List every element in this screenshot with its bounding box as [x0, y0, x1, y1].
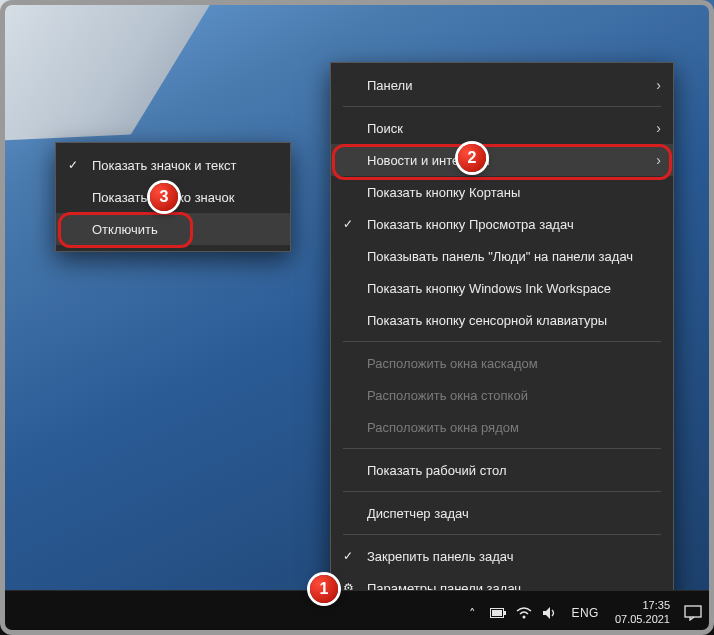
menu-news-interests[interactable]: Новости и интересы › — [331, 144, 673, 176]
bubble-number: 2 — [468, 149, 477, 167]
volume-icon[interactable] — [541, 607, 559, 619]
menu-search[interactable]: Поиск › — [331, 112, 673, 144]
menu-side-by-side: Расположить окна рядом — [331, 411, 673, 443]
chevron-right-icon: › — [656, 152, 661, 168]
separator — [343, 106, 661, 107]
menu-cortana-button[interactable]: Показать кнопку Кортаны — [331, 176, 673, 208]
menu-label: Расположить окна стопкой — [367, 388, 528, 403]
menu-taskview-button[interactable]: ✓ Показать кнопку Просмотра задач — [331, 208, 673, 240]
bubble-number: 3 — [160, 188, 169, 206]
separator — [343, 491, 661, 492]
separator — [343, 341, 661, 342]
menu-label: Закрепить панель задач — [367, 549, 514, 564]
submenu-disable[interactable]: Отключить — [56, 213, 290, 245]
separator — [343, 534, 661, 535]
check-icon: ✓ — [343, 549, 353, 563]
menu-label: Показать кнопку сенсорной клавиатуры — [367, 313, 607, 328]
menu-label: Показывать панель "Люди" на панели задач — [367, 249, 633, 264]
check-icon: ✓ — [343, 217, 353, 231]
wifi-icon[interactable] — [515, 607, 533, 619]
menu-label: Диспетчер задач — [367, 506, 469, 521]
taskbar-context-menu: Панели › Поиск › Новости и интересы › По… — [330, 62, 674, 611]
menu-stack-windows: Расположить окна стопкой — [331, 379, 673, 411]
menu-cascade-windows: Расположить окна каскадом — [331, 347, 673, 379]
menu-label: Показать кнопку Просмотра задач — [367, 217, 574, 232]
language-indicator[interactable]: ENG — [571, 606, 599, 620]
annotation-bubble-3: 3 — [150, 183, 178, 211]
taskbar-clock[interactable]: 17:35 07.05.2021 — [615, 599, 670, 627]
bubble-number: 1 — [320, 580, 329, 598]
chevron-right-icon: › — [656, 120, 661, 136]
annotation-bubble-2: 2 — [458, 144, 486, 172]
submenu-show-icon-text[interactable]: ✓ Показать значок и текст — [56, 149, 290, 181]
svg-marker-4 — [543, 607, 550, 619]
taskbar[interactable]: ˄ ENG 17:35 07.05.2021 — [0, 590, 714, 635]
menu-lock-taskbar[interactable]: ✓ Закрепить панель задач — [331, 540, 673, 572]
menu-label: Панели — [367, 78, 412, 93]
menu-ink-workspace[interactable]: Показать кнопку Windows Ink Workspace — [331, 272, 673, 304]
action-center-icon[interactable] — [682, 602, 704, 624]
svg-rect-5 — [685, 606, 701, 617]
menu-touch-keyboard[interactable]: Показать кнопку сенсорной клавиатуры — [331, 304, 673, 336]
menu-people-bar[interactable]: Показывать панель "Люди" на панели задач — [331, 240, 673, 272]
menu-label: Показать кнопку Кортаны — [367, 185, 520, 200]
clock-time: 17:35 — [642, 599, 670, 613]
menu-show-desktop[interactable]: Показать рабочий стол — [331, 454, 673, 486]
tray-overflow-icon[interactable]: ˄ — [463, 606, 481, 621]
separator — [343, 448, 661, 449]
check-icon: ✓ — [68, 158, 78, 172]
menu-label: Отключить — [92, 222, 158, 237]
menu-label: Показать рабочий стол — [367, 463, 506, 478]
svg-rect-1 — [504, 611, 506, 615]
annotation-bubble-1: 1 — [310, 575, 338, 603]
svg-rect-2 — [492, 610, 502, 616]
menu-label: Показать кнопку Windows Ink Workspace — [367, 281, 611, 296]
clock-date: 07.05.2021 — [615, 613, 670, 627]
menu-task-manager[interactable]: Диспетчер задач — [331, 497, 673, 529]
menu-label: Расположить окна рядом — [367, 420, 519, 435]
menu-label: Расположить окна каскадом — [367, 356, 538, 371]
battery-icon[interactable] — [489, 608, 507, 618]
svg-point-3 — [523, 616, 526, 619]
menu-panels[interactable]: Панели › — [331, 69, 673, 101]
menu-label: Поиск — [367, 121, 403, 136]
chevron-right-icon: › — [656, 77, 661, 93]
menu-label: Показать значок и текст — [92, 158, 236, 173]
